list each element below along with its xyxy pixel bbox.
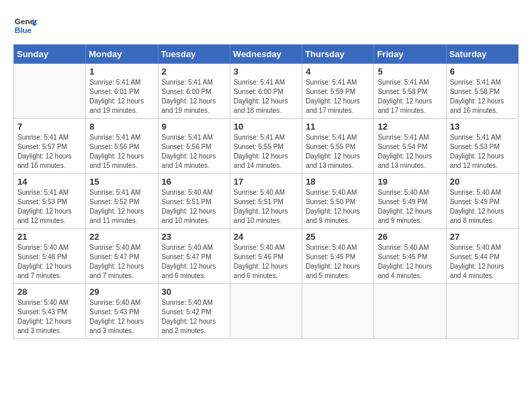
day-number: 7 xyxy=(17,122,82,132)
day-info: Sunrise: 5:41 AM Sunset: 5:59 PM Dayligh… xyxy=(306,78,370,116)
day-number: 13 xyxy=(450,122,515,132)
calendar-cell: 29Sunrise: 5:40 AM Sunset: 5:43 PM Dayli… xyxy=(86,284,158,339)
day-number: 14 xyxy=(17,177,82,187)
calendar-table: SundayMondayTuesdayWednesdayThursdayFrid… xyxy=(13,44,519,339)
day-info: Sunrise: 5:40 AM Sunset: 5:47 PM Dayligh… xyxy=(89,243,154,281)
day-number: 3 xyxy=(234,66,298,77)
day-info: Sunrise: 5:40 AM Sunset: 5:47 PM Dayligh… xyxy=(162,243,226,281)
day-info: Sunrise: 5:40 AM Sunset: 5:42 PM Dayligh… xyxy=(162,298,226,336)
calendar-cell: 19Sunrise: 5:40 AM Sunset: 5:49 PM Dayli… xyxy=(374,174,446,229)
day-number: 22 xyxy=(89,232,154,242)
day-number: 29 xyxy=(89,287,154,297)
day-info: Sunrise: 5:40 AM Sunset: 5:43 PM Dayligh… xyxy=(17,298,82,336)
calendar-cell: 1Sunrise: 5:41 AM Sunset: 6:01 PM Daylig… xyxy=(86,64,158,119)
day-number: 9 xyxy=(162,122,226,132)
calendar-week-5: 28Sunrise: 5:40 AM Sunset: 5:43 PM Dayli… xyxy=(14,284,519,339)
column-header-wednesday: Wednesday xyxy=(230,45,302,64)
day-number: 27 xyxy=(450,232,515,242)
day-number: 25 xyxy=(306,232,370,242)
calendar-cell: 25Sunrise: 5:40 AM Sunset: 5:45 PM Dayli… xyxy=(302,229,374,284)
day-info: Sunrise: 5:40 AM Sunset: 5:45 PM Dayligh… xyxy=(306,243,370,281)
calendar-cell: 28Sunrise: 5:40 AM Sunset: 5:43 PM Dayli… xyxy=(14,284,86,339)
calendar-cell: 4Sunrise: 5:41 AM Sunset: 5:59 PM Daylig… xyxy=(302,64,374,119)
day-info: Sunrise: 5:40 AM Sunset: 5:45 PM Dayligh… xyxy=(378,243,442,281)
calendar-week-4: 21Sunrise: 5:40 AM Sunset: 5:48 PM Dayli… xyxy=(14,229,519,284)
calendar-cell: 11Sunrise: 5:41 AM Sunset: 5:55 PM Dayli… xyxy=(302,119,374,174)
day-info: Sunrise: 5:40 AM Sunset: 5:49 PM Dayligh… xyxy=(450,188,515,226)
column-header-sunday: Sunday xyxy=(14,45,86,64)
calendar-cell: 24Sunrise: 5:40 AM Sunset: 5:46 PM Dayli… xyxy=(230,229,302,284)
day-number: 11 xyxy=(306,122,370,132)
column-header-friday: Friday xyxy=(374,45,446,64)
column-header-thursday: Thursday xyxy=(302,45,374,64)
day-info: Sunrise: 5:41 AM Sunset: 5:58 PM Dayligh… xyxy=(450,78,515,116)
calendar-cell xyxy=(446,284,518,339)
day-number: 30 xyxy=(162,287,226,297)
calendar-week-2: 7Sunrise: 5:41 AM Sunset: 5:57 PM Daylig… xyxy=(14,119,519,174)
day-info: Sunrise: 5:41 AM Sunset: 5:58 PM Dayligh… xyxy=(378,78,442,116)
day-info: Sunrise: 5:41 AM Sunset: 6:01 PM Dayligh… xyxy=(89,78,154,116)
calendar-cell: 13Sunrise: 5:41 AM Sunset: 5:53 PM Dayli… xyxy=(446,119,518,174)
calendar-cell: 6Sunrise: 5:41 AM Sunset: 5:58 PM Daylig… xyxy=(446,64,518,119)
day-info: Sunrise: 5:40 AM Sunset: 5:43 PM Dayligh… xyxy=(89,298,154,336)
day-number: 10 xyxy=(234,122,298,132)
day-info: Sunrise: 5:41 AM Sunset: 5:56 PM Dayligh… xyxy=(89,133,154,171)
day-info: Sunrise: 5:40 AM Sunset: 5:48 PM Dayligh… xyxy=(17,243,82,281)
calendar-cell: 26Sunrise: 5:40 AM Sunset: 5:45 PM Dayli… xyxy=(374,229,446,284)
day-info: Sunrise: 5:41 AM Sunset: 5:55 PM Dayligh… xyxy=(234,133,298,171)
day-number: 28 xyxy=(17,287,82,297)
calendar-cell: 22Sunrise: 5:40 AM Sunset: 5:47 PM Dayli… xyxy=(86,229,158,284)
calendar-cell xyxy=(14,64,86,119)
calendar-cell: 27Sunrise: 5:40 AM Sunset: 5:44 PM Dayli… xyxy=(446,229,518,284)
day-info: Sunrise: 5:41 AM Sunset: 5:53 PM Dayligh… xyxy=(450,133,515,171)
day-number: 24 xyxy=(234,232,298,242)
day-number: 8 xyxy=(89,122,154,132)
day-info: Sunrise: 5:41 AM Sunset: 6:00 PM Dayligh… xyxy=(162,78,226,116)
day-info: Sunrise: 5:41 AM Sunset: 5:55 PM Dayligh… xyxy=(306,133,370,171)
day-number: 23 xyxy=(162,232,226,242)
calendar-cell: 7Sunrise: 5:41 AM Sunset: 5:57 PM Daylig… xyxy=(14,119,86,174)
calendar-cell: 18Sunrise: 5:40 AM Sunset: 5:50 PM Dayli… xyxy=(302,174,374,229)
day-number: 16 xyxy=(162,177,226,187)
calendar-cell: 14Sunrise: 5:41 AM Sunset: 5:53 PM Dayli… xyxy=(14,174,86,229)
day-info: Sunrise: 5:41 AM Sunset: 5:54 PM Dayligh… xyxy=(378,133,442,171)
day-info: Sunrise: 5:40 AM Sunset: 5:51 PM Dayligh… xyxy=(162,188,226,226)
day-number: 21 xyxy=(17,232,82,242)
day-info: Sunrise: 5:41 AM Sunset: 5:56 PM Dayligh… xyxy=(162,133,226,171)
day-number: 18 xyxy=(306,177,370,187)
calendar-cell xyxy=(302,284,374,339)
day-number: 17 xyxy=(234,177,298,187)
day-number: 26 xyxy=(378,232,442,242)
day-number: 1 xyxy=(89,66,154,77)
logo-icon: General Blue xyxy=(13,13,38,38)
day-number: 4 xyxy=(306,66,370,77)
day-info: Sunrise: 5:40 AM Sunset: 5:50 PM Dayligh… xyxy=(306,188,370,226)
calendar-cell xyxy=(230,284,302,339)
calendar-cell: 21Sunrise: 5:40 AM Sunset: 5:48 PM Dayli… xyxy=(14,229,86,284)
calendar-cell: 20Sunrise: 5:40 AM Sunset: 5:49 PM Dayli… xyxy=(446,174,518,229)
day-info: Sunrise: 5:40 AM Sunset: 5:44 PM Dayligh… xyxy=(450,243,515,281)
day-info: Sunrise: 5:41 AM Sunset: 6:00 PM Dayligh… xyxy=(234,78,298,116)
day-number: 15 xyxy=(89,177,154,187)
column-header-monday: Monday xyxy=(86,45,158,64)
column-header-tuesday: Tuesday xyxy=(158,45,230,64)
day-number: 2 xyxy=(162,66,226,77)
calendar-cell: 23Sunrise: 5:40 AM Sunset: 5:47 PM Dayli… xyxy=(158,229,230,284)
calendar-cell: 3Sunrise: 5:41 AM Sunset: 6:00 PM Daylig… xyxy=(230,64,302,119)
calendar-cell: 30Sunrise: 5:40 AM Sunset: 5:42 PM Dayli… xyxy=(158,284,230,339)
column-header-saturday: Saturday xyxy=(446,45,518,64)
day-number: 19 xyxy=(378,177,442,187)
calendar-cell: 12Sunrise: 5:41 AM Sunset: 5:54 PM Dayli… xyxy=(374,119,446,174)
day-info: Sunrise: 5:40 AM Sunset: 5:49 PM Dayligh… xyxy=(378,188,442,226)
day-number: 6 xyxy=(450,66,515,77)
svg-text:Blue: Blue xyxy=(15,26,32,34)
calendar-cell: 17Sunrise: 5:40 AM Sunset: 5:51 PM Dayli… xyxy=(230,174,302,229)
calendar-cell xyxy=(374,284,446,339)
calendar-header-row: SundayMondayTuesdayWednesdayThursdayFrid… xyxy=(14,45,519,64)
logo: General Blue xyxy=(13,13,38,38)
day-info: Sunrise: 5:41 AM Sunset: 5:57 PM Dayligh… xyxy=(17,133,82,171)
day-info: Sunrise: 5:41 AM Sunset: 5:52 PM Dayligh… xyxy=(89,188,154,226)
calendar-cell: 8Sunrise: 5:41 AM Sunset: 5:56 PM Daylig… xyxy=(86,119,158,174)
calendar-week-3: 14Sunrise: 5:41 AM Sunset: 5:53 PM Dayli… xyxy=(14,174,519,229)
calendar-cell: 16Sunrise: 5:40 AM Sunset: 5:51 PM Dayli… xyxy=(158,174,230,229)
